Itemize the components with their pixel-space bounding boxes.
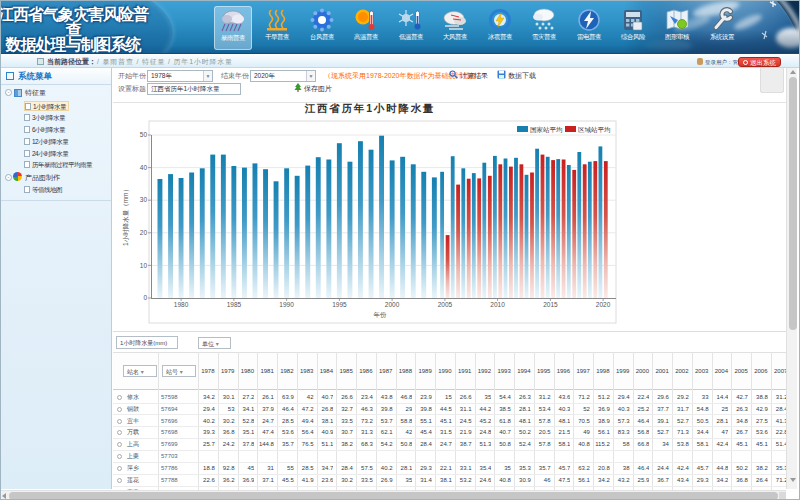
svg-text:50: 50 — [140, 131, 148, 138]
svg-text:1990: 1990 — [279, 301, 294, 308]
svg-text:江西省历年1小时降水量: 江西省历年1小时降水量 — [304, 103, 436, 114]
svg-text:10: 10 — [140, 262, 148, 269]
svg-text:2005: 2005 — [438, 301, 453, 308]
svg-text:2020: 2020 — [596, 301, 611, 308]
svg-text:20: 20 — [140, 229, 148, 236]
svg-text:1985: 1985 — [227, 301, 242, 308]
svg-text:30: 30 — [140, 196, 148, 203]
svg-text:区域站平均: 区域站平均 — [578, 126, 611, 134]
svg-text:年份: 年份 — [374, 311, 388, 319]
svg-text:0: 0 — [143, 294, 147, 301]
svg-text:2015: 2015 — [543, 301, 558, 308]
svg-text:2000: 2000 — [385, 301, 400, 308]
svg-text:2010: 2010 — [490, 301, 505, 308]
svg-text:1980: 1980 — [174, 301, 189, 308]
svg-text:1小时降水量（mm）: 1小时降水量（mm） — [122, 186, 130, 246]
svg-text:40: 40 — [140, 164, 148, 171]
svg-text:国家站平均: 国家站平均 — [530, 126, 563, 134]
svg-text:1995: 1995 — [332, 301, 347, 308]
